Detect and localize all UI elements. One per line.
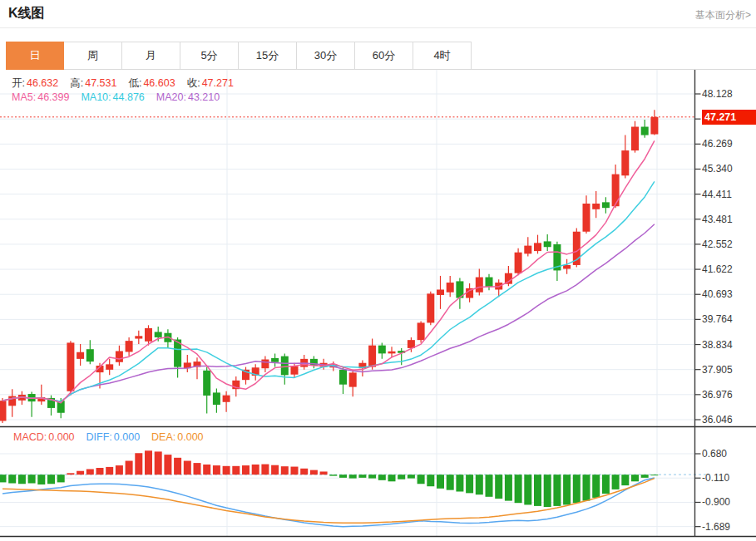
candle-body [271, 358, 279, 362]
candle-body [86, 349, 94, 361]
macd-y-axis-label: 0.680 [702, 447, 727, 460]
macd-bar [447, 475, 454, 490]
macd-bar [621, 475, 629, 485]
ohlc-open: 开:46.632 [12, 76, 58, 91]
macd-bar [456, 475, 463, 491]
macd-bar [320, 471, 328, 475]
macd-bar [155, 451, 162, 475]
macd-bar [126, 461, 133, 475]
ohlc-high: 高:47.531 [70, 76, 116, 91]
ohlc-low: 低:46.603 [128, 76, 175, 91]
candle-body [77, 352, 84, 359]
macd-bar [194, 463, 201, 475]
macd-bar [398, 475, 405, 480]
macd-bar [164, 455, 171, 475]
macd-bar [349, 475, 357, 478]
candle-body [641, 127, 649, 135]
main-y-axis-label: 39.764 [702, 312, 733, 326]
macd-bar [358, 475, 366, 478]
candle-body [602, 202, 610, 208]
macd-bar [281, 466, 289, 475]
macd-bar [28, 475, 36, 483]
macd-histogram [0, 450, 658, 507]
main-y-axis-label: 37.905 [702, 363, 733, 376]
macd-bar [388, 475, 396, 481]
candle-body [106, 364, 113, 369]
candle-body [650, 117, 658, 135]
macd-bar [300, 469, 308, 475]
macd-bar [495, 475, 502, 499]
macd-bar [437, 475, 444, 489]
macd-bar [261, 465, 269, 475]
macd-bar [583, 475, 590, 500]
macd-bar [271, 465, 279, 475]
candle-body [534, 243, 541, 251]
macd-bar [145, 450, 152, 475]
candle-body [0, 401, 7, 421]
macd-diff: DIFF:0.000 [86, 431, 141, 443]
candle-body [349, 372, 357, 386]
macd-bar [329, 475, 337, 475]
macd-bar [184, 461, 191, 475]
macd-bar [106, 467, 113, 475]
last-price-value: 47.271 [704, 111, 736, 123]
macd-bar [602, 475, 610, 494]
candle-body [437, 289, 444, 294]
macd-y-axis-label: -1.689 [702, 520, 730, 534]
macd-bar [524, 475, 531, 504]
macd-bar [466, 475, 473, 493]
ma-ma20: MA20:43.210 [156, 91, 220, 103]
candle-body [631, 127, 639, 151]
macd-bar [252, 465, 259, 475]
macd-bar [0, 475, 7, 482]
macd-bar [641, 475, 649, 478]
macd-legend: MACD:0.000DIFF:0.000DEA:0.000 [13, 431, 215, 443]
candle-body [155, 332, 162, 337]
candle-body [281, 357, 289, 376]
candle-body [223, 396, 230, 402]
candle-body [378, 346, 386, 354]
ohlc-legend: 开:46.632高:47.531低:46.603收:47.271 [12, 76, 245, 91]
macd-bar [553, 475, 561, 506]
main-y-axis-label: 43.481 [702, 213, 733, 226]
macd-bar [418, 475, 425, 484]
candle-body [291, 366, 299, 375]
candle-body [418, 322, 425, 340]
macd-bar [77, 471, 84, 475]
macd-bar [203, 465, 210, 475]
macd-bar [37, 475, 45, 484]
candle-body [427, 293, 434, 322]
candle-body [515, 253, 522, 273]
macd-bar [368, 475, 376, 478]
candle-body [544, 241, 551, 247]
macd-bar [515, 475, 522, 503]
macd-y-axis-label: -0.110 [702, 471, 729, 484]
ohlc-close: 收:47.271 [187, 76, 234, 91]
candle-body [261, 360, 269, 369]
main-y-axis-label: 44.411 [702, 188, 732, 201]
candle-body [612, 175, 620, 207]
main-y-axis-label: 48.128 [702, 87, 733, 101]
candle-body [486, 278, 493, 288]
main-y-axis-label: 38.834 [702, 338, 733, 352]
ma-ma5: MA5:46.399 [12, 91, 69, 103]
main-y-axis-label: 36.046 [702, 413, 733, 426]
main-y-axis-label: 42.552 [702, 238, 733, 251]
candle-body [583, 204, 590, 232]
ma-legend: MA5:46.399MA10:44.876MA20:43.210 [12, 91, 231, 103]
macd-bar [612, 475, 620, 489]
macd-bar [563, 475, 571, 504]
candle-body [135, 336, 142, 338]
macd-y-axis-label: -0.900 [702, 495, 730, 509]
candle-body [563, 265, 571, 269]
candle-body [67, 342, 74, 391]
candle-body [368, 346, 376, 367]
main-y-axis-label: 46.269 [702, 137, 733, 150]
macd-bar [592, 475, 600, 498]
macd-bar [96, 468, 104, 475]
macd-bar [291, 467, 299, 475]
macd-bar [408, 475, 415, 478]
macd-bar [534, 475, 541, 506]
macd-bar [47, 475, 55, 484]
candle-body [116, 351, 123, 361]
